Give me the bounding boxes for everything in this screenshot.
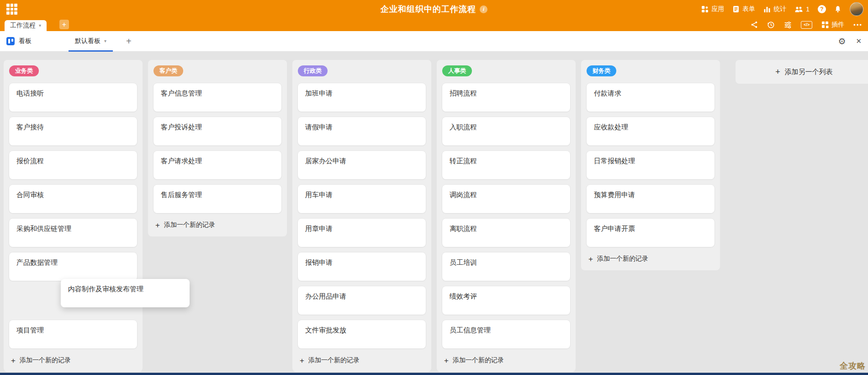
info-icon[interactable]: i [480,5,487,13]
add-record-label: 添加一个新的记录 [597,255,648,263]
chevron-down-icon: ▾ [39,23,41,28]
column-badge[interactable]: 人事类 [442,65,472,76]
apps-icon [701,5,709,13]
bell-icon[interactable] [834,5,842,13]
plus-icon: + [775,67,780,77]
more-options-icon[interactable]: ••• [853,22,863,28]
view-type: 看板 [6,31,32,51]
add-list-button[interactable]: + 添加另一个列表 [736,60,868,84]
kanban-card[interactable]: 绩效考评 [442,286,570,315]
kanban-card[interactable]: 员工培训 [442,252,570,281]
apps-button[interactable]: 应用 [701,5,724,13]
kanban-card[interactable]: 员工信息管理 [442,320,570,348]
add-table-button[interactable]: + [59,20,69,29]
add-record-button[interactable]: + 添加一个新的记录 [9,354,137,365]
add-view-button[interactable]: + [122,31,135,51]
tab-worktable[interactable]: 工作流程 ▾ [5,20,47,31]
kanban-card[interactable]: 居家办公申请 [298,151,426,179]
kanban-column-admin: 行政类 加班申请 请假申请 居家办公申请 用车申请 用章申请 报销申请 办公用品… [292,60,431,372]
plus-icon: + [588,255,593,263]
view-tab-label: 默认看板 [75,37,101,45]
stats-button[interactable]: 统计 [763,5,786,13]
kanban-card[interactable]: 售后服务管理 [153,185,281,213]
view-bar: 看板 默认看板 ▾ + ⚙ ✕ [0,31,868,52]
add-record-button[interactable]: + 添加一个新的记录 [153,219,281,230]
page-title: 企业和组织中的工作流程 [381,4,476,15]
gear-icon[interactable]: ⚙ [838,36,846,47]
kanban-card[interactable]: 项目管理 [9,320,137,348]
add-record-label: 添加一个新的记录 [164,221,215,229]
users-icon [794,6,803,13]
collaborators-button[interactable]: 1 [794,5,810,13]
chevron-down-icon: ▾ [104,39,106,43]
kanban-card[interactable]: 离职流程 [442,219,570,247]
table-toolbar: </> 插件 ••• [751,21,863,29]
kanban-card[interactable]: 应收款处理 [587,117,715,145]
tab-default-view[interactable]: 默认看板 ▾ [69,31,113,51]
plugin-grid-icon [821,21,829,28]
kanban-card[interactable]: 入职流程 [442,117,570,145]
plus-glyph: + [126,36,132,47]
column-badge[interactable]: 业务类 [9,65,39,76]
kanban-card[interactable]: 合同审核 [9,185,137,213]
kanban-card[interactable]: 客户接待 [9,117,137,145]
add-record-label: 添加一个新的记录 [308,356,360,364]
kanban-card[interactable]: 办公用品申请 [298,286,426,315]
add-record-button[interactable]: + 添加一个新的记录 [442,354,570,365]
collaborators-count: 1 [806,5,810,13]
add-list-label: 添加另一个列表 [785,68,833,76]
kanban-card[interactable]: 请假申请 [298,117,426,145]
kanban-card[interactable]: 用章申请 [298,219,426,247]
code-glyph: </> [804,22,810,27]
plus-icon: + [155,221,160,229]
apps-label: 应用 [711,5,724,13]
kanban-card[interactable]: 报价流程 [9,151,137,179]
kanban-card[interactable]: 电话接听 [9,83,137,112]
column-badge[interactable]: 财务类 [587,65,616,76]
add-record-label: 添加一个新的记录 [20,356,71,364]
watermark-text: 全攻略 [840,360,866,371]
kanban-column-finance: 财务类 付款请求 应收款处理 日常报销处理 预算费用申请 客户申请开票 + 添加… [581,60,720,270]
add-record-button[interactable]: + 添加一个新的记录 [298,354,426,365]
kanban-view-icon [6,37,15,45]
help-icon[interactable]: ? [818,5,826,13]
share-icon[interactable] [751,21,758,28]
plugins-button[interactable]: 插件 [821,21,844,29]
kanban-card[interactable]: 客户投诉处理 [153,117,281,145]
kanban-card[interactable]: 文件审批发放 [298,320,426,348]
bottom-edge-strip [0,373,868,375]
kanban-card[interactable]: 客户信息管理 [153,83,281,112]
history-icon[interactable] [767,21,775,29]
dragging-card[interactable]: 内容制作及审核发布管理 [61,279,190,307]
kanban-card[interactable]: 调岗流程 [442,185,570,213]
kanban-card[interactable]: 采购和供应链管理 [9,219,137,247]
kanban-card[interactable]: 预算费用申请 [587,185,715,213]
view-type-label: 看板 [19,37,32,45]
kanban-card[interactable]: 加班申请 [298,83,426,112]
add-record-button[interactable]: + 添加一个新的记录 [587,252,715,264]
kanban-card[interactable]: 客户申请开票 [587,219,715,247]
code-icon[interactable]: </> [801,21,812,29]
kanban-card[interactable]: 付款请求 [587,83,715,112]
kanban-card[interactable]: 转正流程 [442,151,570,179]
kanban-board: 业务类 电话接听 客户接待 报价流程 合同审核 采购和供应链管理 产品数据管理 … [0,52,868,375]
column-badge[interactable]: 行政类 [298,65,328,76]
kanban-column-hr: 人事类 招聘流程 入职流程 转正流程 调岗流程 离职流程 员工培训 绩效考评 员… [437,60,576,372]
kanban-card[interactable]: 用车申请 [298,185,426,213]
app-topbar: 企业和组织中的工作流程 i 应用 表单 统计 [0,0,868,18]
bar-chart-icon [763,5,771,13]
kanban-card[interactable]: 报销申请 [298,252,426,281]
filter-sliders-icon[interactable] [784,21,792,29]
stats-label: 统计 [773,5,786,13]
kanban-card[interactable]: 招聘流程 [442,83,570,112]
close-icon[interactable]: ✕ [856,37,862,45]
user-avatar[interactable] [850,2,863,16]
help-glyph: ? [820,6,823,12]
add-record-label: 添加一个新的记录 [453,356,504,364]
plugins-label: 插件 [831,21,844,29]
kanban-card[interactable]: 客户请求处理 [153,151,281,179]
kanban-card[interactable]: 日常报销处理 [587,151,715,179]
column-badge[interactable]: 客户类 [153,65,183,76]
kanban-card[interactable]: 产品数据管理 [9,252,137,281]
forms-button[interactable]: 表单 [732,5,755,13]
